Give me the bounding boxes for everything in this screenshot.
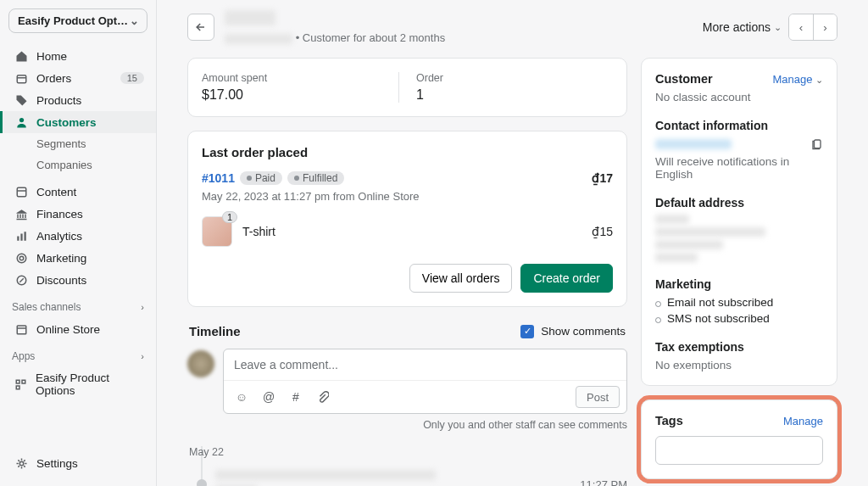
emoji-icon[interactable]: ☺ [231, 386, 253, 408]
last-order-title: Last order placed [202, 145, 613, 159]
order-date-line: May 22, 2023 at 11:27 pm from Online Sto… [202, 190, 613, 203]
nav-settings[interactable]: Settings [0, 452, 156, 474]
line-item-name: T-shirt [242, 225, 581, 238]
person-icon [14, 115, 28, 129]
nav-analytics[interactable]: Analytics [0, 225, 156, 247]
tags-title: Tags [655, 414, 683, 427]
view-all-orders-button[interactable]: View all orders [409, 264, 513, 293]
email-subscription-status: Email not subscribed [655, 296, 823, 309]
nav-marketing[interactable]: Marketing [0, 247, 156, 269]
bars-icon [14, 229, 28, 243]
content-icon [14, 185, 28, 198]
sms-subscription-status: SMS not subscribed [655, 312, 823, 325]
post-comment-button[interactable]: Post [576, 386, 620, 408]
comment-input[interactable]: Leave a comment... [224, 349, 626, 380]
app-switcher-label: Easify Product Option… [18, 14, 130, 27]
nav-customers[interactable]: Customers [0, 111, 156, 133]
tags-card: Tags Manage [641, 399, 837, 479]
show-comments-toggle[interactable]: ✓ Show comments [520, 325, 626, 338]
timeline-dot-icon [197, 479, 207, 486]
attachment-icon[interactable] [312, 386, 334, 408]
product-thumbnail[interactable]: 1 [202, 216, 232, 247]
order-count-label: Order [416, 72, 613, 84]
no-exemptions: No exemptions [655, 359, 823, 371]
manage-customer-link[interactable]: Manage ⌄ [772, 73, 823, 86]
email-redacted[interactable] [655, 139, 732, 149]
pager: ‹ › [788, 14, 837, 41]
clipboard-icon[interactable] [810, 137, 823, 150]
chevron-down-icon: ⌄ [130, 14, 138, 27]
target-icon [14, 251, 28, 265]
order-count-value: 1 [416, 87, 613, 103]
orders-icon [14, 71, 28, 85]
customer-title-block: • Customer for about 2 months [225, 10, 693, 44]
hashtag-icon[interactable]: # [285, 386, 307, 408]
gear-icon [14, 456, 28, 470]
last-order-card: Last order placed #1011 Paid Fulfilled ₫… [187, 131, 627, 307]
more-actions-dropdown[interactable]: More actions ⌄ [703, 20, 782, 34]
chevron-right-icon[interactable]: › [141, 351, 144, 361]
svg-point-6 [17, 254, 26, 263]
next-customer-button[interactable]: › [813, 14, 837, 40]
fulfilled-badge: Fulfilled [287, 171, 344, 185]
line-item-qty: 1 [222, 211, 237, 223]
sidebar: Easify Product Option… ⌄ Home Orders 15 … [0, 0, 157, 486]
prev-customer-button[interactable]: ‹ [789, 14, 813, 40]
chevron-right-icon[interactable]: › [141, 302, 144, 312]
order-line-item: 1 T-shirt ₫15 [202, 216, 613, 247]
back-button[interactable] [187, 14, 214, 41]
address-redacted [655, 215, 823, 262]
nav-home[interactable]: Home [0, 45, 156, 67]
mention-icon[interactable]: @ [258, 386, 280, 408]
timeline-event: 11:27 PM [197, 470, 627, 486]
summary-card: Amount spent $17.00 Order 1 [187, 58, 627, 117]
svg-rect-3 [17, 236, 19, 240]
nav-segments[interactable]: Segments [0, 133, 156, 154]
svg-point-7 [19, 256, 24, 260]
discount-icon [14, 273, 28, 287]
tags-input[interactable] [655, 436, 823, 465]
no-classic-account: No classic account [655, 91, 823, 103]
apps-heading: Apps › [0, 340, 156, 367]
contact-info-title: Contact information [655, 119, 823, 132]
nav-finances[interactable]: Finances [0, 203, 156, 225]
svg-rect-4 [20, 233, 22, 240]
nav-orders[interactable]: Orders 15 [0, 67, 156, 89]
nav-easify-app[interactable]: Easify Product Options [0, 367, 156, 401]
order-number-link[interactable]: #1011 [202, 171, 235, 185]
svg-point-13 [19, 461, 24, 466]
customer-location-redacted [225, 34, 292, 44]
svg-rect-10 [16, 380, 19, 383]
home-icon [14, 49, 28, 63]
timeline-section: Timeline ✓ Show comments Leave a comment… [187, 321, 627, 486]
chevron-down-icon: ⌄ [815, 75, 823, 85]
checkbox-checked-icon: ✓ [520, 325, 534, 338]
order-total: ₫17 [592, 171, 613, 185]
tag-icon [14, 93, 28, 107]
comment-composer: Leave a comment... ☺ @ # Post [223, 349, 627, 414]
create-order-button[interactable]: Create order [520, 264, 613, 293]
timeline-title: Timeline [189, 324, 241, 338]
nav-discounts[interactable]: Discounts [0, 269, 156, 291]
nav-online-store[interactable]: Online Store [0, 318, 156, 340]
svg-rect-2 [17, 187, 26, 197]
timeline-event-time: 11:27 PM [580, 478, 627, 486]
nav-products[interactable]: Products [0, 89, 156, 111]
svg-rect-11 [22, 380, 25, 383]
store-icon [14, 322, 28, 336]
nav-companies[interactable]: Companies [0, 154, 156, 176]
comment-privacy-note: Only you and other staff can see comment… [223, 419, 627, 431]
svg-rect-12 [16, 386, 19, 389]
svg-point-1 [19, 117, 23, 121]
default-address-title: Default address [655, 196, 823, 209]
customer-info-card: Customer Manage ⌄ No classic account Con… [641, 58, 837, 386]
sales-channels-heading: Sales channels › [0, 291, 156, 318]
manage-tags-link[interactable]: Manage [783, 415, 823, 427]
app-switcher[interactable]: Easify Product Option… ⌄ [8, 8, 147, 33]
nav-content[interactable]: Content [0, 181, 156, 203]
app-icon [14, 377, 27, 391]
staff-avatar [187, 350, 214, 377]
svg-rect-14 [815, 140, 821, 148]
paid-badge: Paid [240, 171, 282, 185]
orders-badge: 15 [120, 72, 144, 84]
